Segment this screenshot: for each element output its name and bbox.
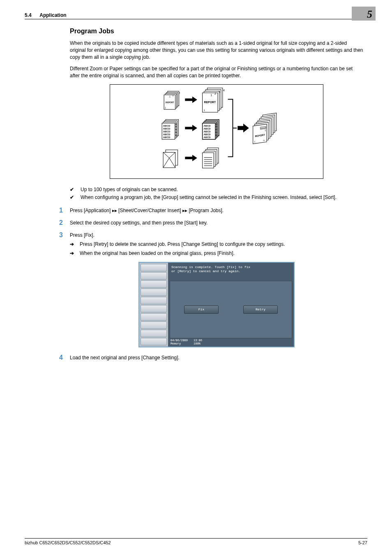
status-message: Scanning is complete. Touch [Fix] to fix… [168, 263, 294, 281]
svg-text:1: 1 [254, 141, 256, 143]
substep-text: When the original has been loaded on the… [80, 250, 235, 257]
svg-text:ABCD: ABCD [163, 133, 170, 136]
svg-text:1: 1 [165, 107, 166, 109]
svg-text:3: 3 [176, 93, 177, 95]
step-number: 3 [59, 231, 70, 239]
svg-text:D: D [216, 129, 217, 131]
section-number: 5.4 [25, 12, 32, 18]
svg-text:ABCD: ABCD [163, 127, 170, 130]
fix-button[interactable]: Fix [184, 305, 219, 314]
sidebar-placeholder-button [141, 289, 167, 296]
svg-text:D: D [175, 132, 177, 134]
svg-text:D: D [175, 129, 177, 131]
footer-page: 5-27 [358, 540, 367, 545]
svg-text:ABCD: ABCD [163, 130, 170, 133]
sidebar-placeholder-button [141, 321, 167, 329]
svg-rect-51 [163, 152, 175, 167]
svg-text:4: 4 [179, 92, 180, 94]
footer-model: bizhub C652/C652DS/C552/C552DS/C452 [25, 540, 111, 545]
svg-marker-35 [185, 125, 197, 131]
step-number: 2 [59, 219, 70, 227]
svg-text:2: 2 [173, 94, 174, 96]
sidebar-placeholder-button [141, 330, 167, 337]
substep-text: Press [Retry] to delete the scanned job.… [80, 240, 285, 248]
ui-screenshot: Scanning is complete. Touch [Fix] to fix… [138, 262, 295, 347]
sidebar-placeholder-button [141, 272, 167, 280]
bullet-text: Up to 100 types of originals can be scan… [81, 186, 178, 193]
svg-text:D: D [216, 126, 217, 128]
step-text: Select the desired copy settings, and th… [70, 219, 363, 227]
workflow-diagram: REPORT 1 1234 REPORT 1 1234 [110, 84, 323, 179]
svg-marker-52 [185, 155, 197, 161]
screenshot-footer: 04/06/2009 Memory 13:06 100% [168, 338, 294, 347]
svg-text:REPORT: REPORT [166, 102, 174, 104]
svg-text:D: D [175, 123, 177, 125]
step-number: 1 [59, 207, 70, 214]
svg-text:P1: P1 [263, 139, 265, 141]
svg-text:1: 1 [210, 93, 212, 96]
svg-text:ABCD: ABCD [204, 125, 211, 127]
paragraph: When the originals to be copied include … [70, 40, 363, 60]
retry-button[interactable]: Retry [243, 305, 278, 314]
arrow-icon: ➔ [70, 250, 80, 257]
section-title: Program Jobs [70, 28, 363, 35]
svg-marker-10 [185, 96, 197, 103]
sidebar-placeholder-button [141, 280, 167, 288]
svg-text:ABCD: ABCD [204, 130, 211, 133]
svg-text:1: 1 [265, 129, 266, 131]
page-footer: bizhub C652/C652DS/C552/C552DS/C452 5-27 [25, 538, 367, 545]
svg-text:ABCD: ABCD [163, 136, 170, 139]
footer-memory-label: Memory [171, 342, 181, 345]
step-text: Press [Fix]. [70, 231, 363, 239]
svg-text:REPORT: REPORT [204, 101, 216, 104]
section-label: Application [39, 12, 66, 18]
sidebar-placeholder-button [141, 338, 167, 345]
sidebar-placeholder-button [141, 264, 167, 271]
step-text: Press [Application] ▸▸ [Sheet/Cover/Chap… [70, 207, 363, 214]
sidebar-placeholder-button [141, 313, 167, 321]
svg-text:D: D [216, 134, 217, 136]
footer-memory-pct: 100% [194, 342, 201, 345]
svg-text:2: 2 [214, 92, 216, 95]
page-header: 5.4 Application [25, 12, 367, 19]
svg-text:D: D [175, 126, 177, 128]
check-icon: ✔ [70, 186, 81, 193]
screenshot-body: Fix Retry [170, 281, 292, 338]
svg-text:D: D [216, 132, 217, 134]
bullet-text: When configuring a program job, the [Gro… [81, 194, 337, 201]
paragraph: Different Zoom or Paper settings can be … [70, 65, 363, 79]
svg-marker-62 [238, 123, 249, 132]
chapter-badge: 5 [352, 7, 376, 21]
svg-text:ABCD: ABCD [204, 133, 211, 136]
step-text: Load the next original and press [Change… [70, 354, 363, 361]
step-number: 4 [59, 354, 70, 361]
svg-text:4: 4 [223, 89, 225, 92]
svg-text:ABCD: ABCD [163, 125, 170, 127]
svg-text:1: 1 [169, 95, 171, 97]
sidebar-placeholder-button [141, 297, 167, 304]
arrow-icon: ➔ [70, 240, 80, 248]
check-icon: ✔ [70, 194, 81, 201]
svg-text:D: D [175, 134, 177, 136]
svg-text:1: 1 [204, 109, 205, 111]
svg-text:ABCD: ABCD [204, 136, 211, 139]
screenshot-sidebar [139, 263, 168, 347]
svg-text:D: D [216, 123, 217, 125]
svg-text:ABCD: ABCD [204, 127, 211, 130]
svg-text:3: 3 [219, 90, 220, 93]
sidebar-placeholder-button [141, 305, 167, 312]
